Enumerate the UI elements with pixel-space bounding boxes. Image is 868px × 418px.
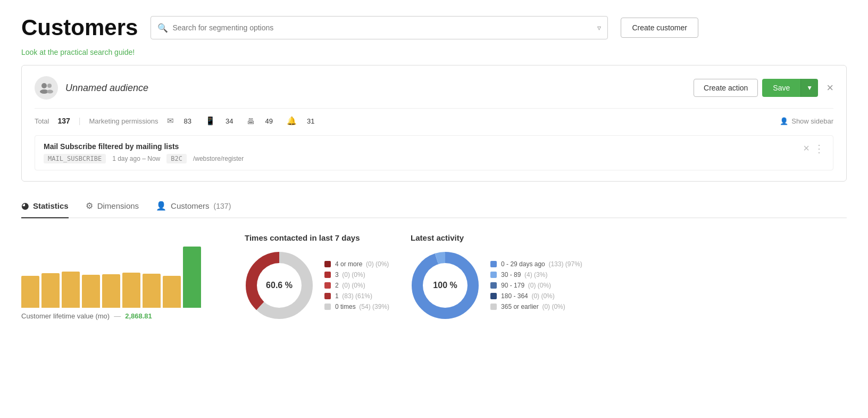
legend-label: 90 - 179 (0) (0%)	[501, 282, 551, 289]
donut2-svg: 100 %	[411, 251, 480, 320]
legend-item: 4 or more (0) (0%)	[324, 260, 389, 268]
donut1-center-text: 60.6 %	[266, 281, 293, 290]
legend-item: 90 - 179 (0) (0%)	[490, 282, 582, 289]
desktop-count: 49	[265, 117, 272, 125]
donut2-center-text: 100 %	[433, 281, 457, 290]
donut1-legend: 4 or more (0) (0%)3 (0) (0%)2 (0) (0%)1 …	[324, 260, 389, 310]
legend-label: 4 or more (0) (0%)	[335, 260, 389, 268]
save-dropdown-button[interactable]: ▼	[800, 79, 818, 97]
search-guide-link[interactable]: Look at the practical search guide!	[21, 48, 135, 56]
filter-tags: MAIL_SUSBCRIBE 1 day ago – Now B2C /webs…	[44, 154, 244, 163]
tab-statistics[interactable]: ◕ Statistics	[21, 194, 69, 218]
close-button[interactable]: ×	[827, 81, 833, 95]
legend-color	[324, 293, 331, 299]
tabs: ◕ Statistics ⚙ Dimensions 👤 Customers (1…	[21, 194, 847, 218]
legend-item: 180 - 364 (0) (0%)	[490, 292, 582, 300]
donut2-row: 100 % 0 - 29 days ago (133) (97%)30 - 89…	[411, 251, 582, 320]
legend-label: 1 (83) (61%)	[335, 292, 372, 300]
donut2-legend: 0 - 29 days ago (133) (97%)30 - 89 (4) (…	[490, 260, 582, 310]
total-label: Total	[35, 117, 49, 125]
legend-item: 1 (83) (61%)	[324, 292, 389, 300]
bar	[41, 273, 60, 308]
create-action-button[interactable]: Create action	[694, 79, 758, 97]
donut1-row: 60.6 % 4 or more (0) (0%)3 (0) (0%)2 (0)…	[245, 251, 389, 320]
filter-path: /webstore/register	[193, 155, 244, 162]
search-input[interactable]	[172, 23, 593, 32]
charts-section: Customer lifetime value (mo) — 2,868.81 …	[0, 218, 868, 335]
search-guide: Look at the practical search guide!	[0, 46, 868, 65]
svg-point-0	[41, 83, 47, 88]
filter-date-range: 1 day ago – Now	[112, 155, 160, 162]
legend-color	[324, 282, 331, 289]
legend-label: 2 (0) (0%)	[335, 282, 365, 289]
save-button-group: Save ▼	[762, 79, 818, 97]
bar	[143, 274, 161, 308]
legend-color	[490, 293, 497, 299]
legend-item: 0 - 29 days ago (133) (97%)	[490, 260, 582, 268]
legend-item: 30 - 89 (4) (3%)	[490, 271, 582, 278]
bell-count: 31	[307, 117, 314, 125]
filter-row: Mail Subscribe filtered by mailing lists…	[35, 135, 833, 170]
filter-close-button[interactable]: ×	[803, 142, 809, 154]
audience-title-group: Unnamed audience	[35, 76, 148, 100]
marketing-permissions-label: Marketing permissions	[89, 117, 158, 125]
bar	[183, 247, 201, 308]
sidebar-icon: 👤	[780, 117, 788, 125]
legend-item: 2 (0) (0%)	[324, 282, 389, 289]
tab-dimensions[interactable]: ⚙ Dimensions	[86, 194, 139, 218]
donut1-title: Times contacted in last 7 days	[245, 233, 389, 242]
filter-tag-mail: MAIL_SUSBCRIBE	[44, 154, 106, 163]
dimensions-icon: ⚙	[86, 201, 93, 211]
legend-color	[490, 282, 497, 289]
clv-footer: Customer lifetime value (mo) — 2,868.81	[21, 312, 223, 320]
clv-value: 2,868.81	[125, 312, 152, 320]
filter-dropdown-icon[interactable]: ▿	[597, 23, 601, 32]
legend-item: 3 (0) (0%)	[324, 271, 389, 278]
create-customer-button[interactable]: Create customer	[621, 18, 698, 38]
svg-point-3	[47, 90, 53, 94]
filter-actions: × ⋮	[803, 142, 824, 155]
filter-title: Mail Subscribe filtered by mailing lists	[44, 142, 244, 151]
audience-card: Unnamed audience Create action Save ▼ × …	[21, 65, 847, 182]
save-button[interactable]: Save	[762, 79, 800, 97]
tabs-section: ◕ Statistics ⚙ Dimensions 👤 Customers (1…	[0, 194, 868, 218]
bell-icon: 🔔	[287, 116, 297, 126]
audience-avatar	[35, 76, 58, 100]
search-bar-container: 🔍 ▿	[151, 16, 608, 39]
legend-color	[490, 304, 497, 310]
legend-label: 30 - 89 (4) (3%)	[501, 271, 547, 278]
legend-label: 180 - 364 (0) (0%)	[501, 292, 555, 300]
customers-icon: 👤	[156, 201, 166, 211]
donut1-container: Times contacted in last 7 days 60.6 % 4 …	[245, 233, 389, 320]
search-icon: 🔍	[157, 23, 168, 33]
legend-label: 3 (0) (0%)	[335, 271, 365, 278]
legend-color	[324, 272, 331, 278]
legend-color	[324, 304, 331, 310]
legend-label: 0 times (54) (39%)	[335, 303, 389, 310]
bar-chart	[21, 233, 223, 308]
email-count: 83	[184, 117, 191, 125]
legend-color	[490, 261, 497, 267]
tab-dimensions-label: Dimensions	[97, 201, 139, 210]
mobile-count: 34	[226, 117, 233, 125]
audience-name: Unnamed audience	[65, 83, 148, 94]
filter-more-button[interactable]: ⋮	[814, 142, 824, 155]
filter-main: Mail Subscribe filtered by mailing lists…	[44, 142, 244, 163]
donut2-container: Latest activity 100 % 0 - 29 days ago (1…	[411, 233, 582, 320]
legend-item: 365 or earlier (0) (0%)	[490, 303, 582, 310]
show-sidebar-button[interactable]: 👤 Show sidebar	[780, 117, 833, 125]
bar	[21, 276, 39, 308]
mobile-icon: 📱	[205, 116, 215, 126]
clv-label: Customer lifetime value (mo)	[21, 312, 110, 320]
stats-row: Total 137 | Marketing permissions ✉ 83 📱…	[35, 108, 833, 132]
tab-customers-count: (137)	[214, 202, 231, 210]
bar	[62, 272, 80, 308]
stats-separator: |	[79, 117, 81, 125]
email-icon: ✉	[167, 116, 174, 126]
audience-actions: Create action Save ▼ ×	[694, 79, 833, 97]
legend-color	[324, 261, 331, 267]
legend-item: 0 times (54) (39%)	[324, 303, 389, 310]
tab-statistics-label: Statistics	[33, 201, 69, 210]
svg-point-2	[47, 84, 52, 88]
tab-customers[interactable]: 👤 Customers (137)	[156, 194, 231, 218]
